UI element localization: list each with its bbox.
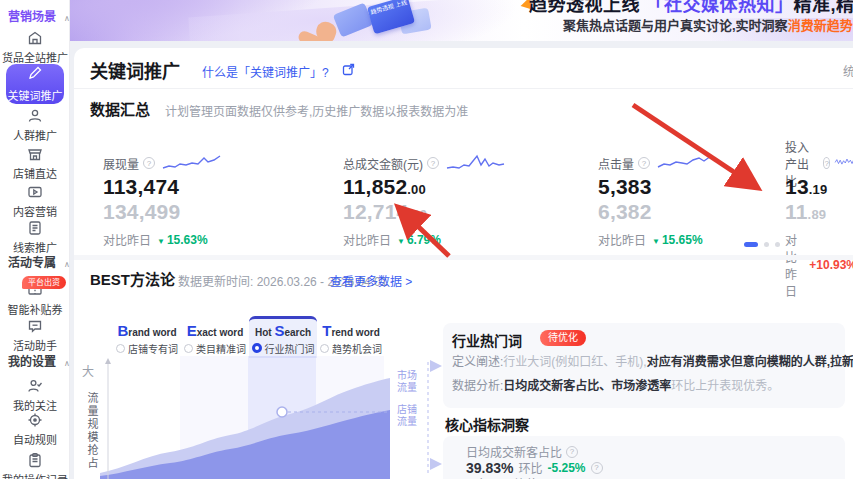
tab-trend-word[interactable]: Trend word 趋势机会词 (317, 316, 385, 358)
platform-funded-badge: 平台出资 (22, 276, 66, 289)
sidebar: 营销场景∧ 货品全站推广 关键词推广 人群推广 店铺直达 内容营销 线索推广 活… (0, 0, 70, 479)
sidebar-item-label: 我的操作记录 (2, 471, 68, 479)
compare-label: 对比昨日 (103, 231, 151, 248)
person-icon (27, 108, 43, 124)
sparkline (443, 153, 507, 173)
kpi-label-row: 日均成交新客占比? (466, 443, 578, 460)
kpi-value-row: 39.83%环比-5.25%? (466, 459, 603, 476)
tab-en-label: Trend word (322, 322, 380, 339)
metric-impressions: 展现量? 113,474 134,499 对比昨日▼15.63% (103, 153, 223, 248)
sidebar-item-activity-helper[interactable]: 活动助手 (0, 318, 70, 353)
radio-icon[interactable] (320, 344, 329, 353)
view-more-data-link[interactable]: 查看更多数据 > (330, 272, 412, 289)
help-icon[interactable]: ? (591, 462, 603, 474)
document-icon (27, 220, 43, 236)
tab-brand-word[interactable]: Brand word 店铺专有词 (113, 316, 181, 358)
tab-en-label: Exact word (187, 322, 244, 339)
pagination-dot[interactable] (764, 242, 769, 247)
sidebar-section-activity[interactable]: 活动专属∧ (8, 253, 70, 270)
sidebar-item-shop-direct[interactable]: 店铺直达 (0, 146, 70, 181)
chat-icon (27, 318, 43, 334)
tab-cn-label: 店铺专有词 (128, 341, 178, 356)
trend-down-icon: ▼ (652, 237, 660, 246)
banner-headline: 趋势透视上线 「社交媒体热知」精准,精准捕捉 (529, 0, 853, 16)
tab-cn-label: 行业热门词 (265, 341, 315, 356)
sidebar-item-content-marketing[interactable]: 内容营销 (0, 184, 70, 219)
tab-exact-word[interactable]: Exact word 类目精准词 (181, 316, 249, 358)
tab-hot-search[interactable]: Hot Search 行业热门词 (249, 316, 317, 358)
metric-prev-value: 134,499 (103, 200, 223, 224)
sidebar-item-operation-log[interactable]: 我的操作记录 (0, 452, 70, 479)
trend-down-icon: ▼ (157, 237, 165, 246)
chevron-up-icon: ∧ (64, 359, 70, 368)
chart-y-axis-label: 流量规模抢占 (84, 392, 100, 470)
pagination-dot[interactable] (775, 242, 780, 247)
sidebar-item-auto-rules[interactable]: 自动规则 (0, 412, 70, 447)
metric-label: 点击量 (598, 155, 634, 172)
delta-value: ▼6.79% (397, 233, 441, 247)
external-link-icon[interactable] (342, 62, 355, 80)
sidebar-section-marketing[interactable]: 营销场景∧ (8, 7, 70, 24)
metric-value: 113,474 (103, 175, 223, 199)
metric-roi: 投入产出比? 13.19 11.89 对比昨日+10.93% (785, 153, 853, 299)
section-divider (74, 255, 853, 260)
delta-value: ▼15.63% (157, 233, 208, 247)
sidebar-item-full-site[interactable]: 货品全站推广 (0, 30, 70, 65)
trend-down-icon: ▼ (397, 237, 405, 246)
sidebar-item-label: 自动规则 (13, 431, 57, 447)
metric-prev-value: 6,382 (598, 200, 714, 224)
page-title: 关键词推广 (90, 57, 180, 83)
banner-subline-highlight1: 消费新趋势 (788, 18, 853, 33)
sidebar-section-settings[interactable]: 我的设置∧ (8, 352, 70, 369)
best-title: BEST方法论 (90, 268, 175, 289)
data-analysis-line: 数据分析:日均成交新客占比、市场渗透率环比上升表现优秀。 (452, 376, 842, 393)
banner-subline-text: 聚焦热点话题与用户真实讨论,实时洞察 (563, 18, 788, 33)
clipped-right-text: 统 (843, 62, 853, 79)
pagination-dot-active[interactable] (744, 242, 758, 247)
kpi-value: 39.83% (466, 460, 513, 476)
radio-icon[interactable] (116, 344, 125, 353)
chevron-up-icon: ∧ (64, 14, 70, 23)
radio-icon[interactable] (184, 344, 193, 353)
tab-cn-label: 类目精准词 (196, 341, 246, 356)
clipboard-icon (27, 452, 43, 468)
person-check-icon (27, 378, 43, 394)
metric-gmv: 总成交金额(元)? 11,852.00 12,714.80 对比昨日▼6.79% (343, 153, 507, 248)
compare-label: 对比昨日 (598, 231, 646, 248)
help-icon[interactable]: ? (566, 446, 578, 458)
sidebar-section-label: 营销场景 (8, 10, 56, 24)
help-icon[interactable]: ? (427, 157, 439, 169)
sidebar-item-label: 店铺直达 (13, 165, 57, 181)
metric-label: 展现量 (103, 155, 139, 172)
sidebar-item-label: 智能补贴券 (8, 301, 63, 317)
sidebar-item-audience-promo[interactable]: 人群推广 (0, 108, 70, 143)
tab-en-label: Hot Search (255, 322, 311, 339)
sidebar-item-keyword-promo-selected[interactable]: 关键词推广 (6, 64, 64, 104)
banner-headline-suffix: 精准,精准捕捉 (794, 0, 853, 15)
promo-banner[interactable]: 趋势透视 上线 趋势透视上线 「社交媒体热知」精准,精准捕捉 聚焦热点话题与用户… (70, 0, 853, 41)
banner-headline-prefix: 趋势透视上线 (529, 0, 646, 15)
kpi-peer-row: 同行同层均值 34.34% (466, 475, 582, 479)
sidebar-item-label: 活动助手 (13, 337, 57, 353)
compare-label: 对比昨日 (785, 231, 803, 299)
delta-value: +10.93% (809, 258, 853, 272)
sidebar-item-label: 关键词推广 (8, 87, 63, 103)
help-icon[interactable]: ? (638, 157, 650, 169)
sidebar-item-my-follow[interactable]: 我的关注 (0, 378, 70, 413)
video-icon (27, 184, 43, 200)
tab-cn-label: 趋势机会词 (332, 341, 382, 356)
help-icon[interactable]: ? (143, 157, 155, 169)
what-is-link[interactable]: 什么是「关键词推广」? (202, 63, 329, 80)
sidebar-item-label: 我的关注 (13, 397, 57, 413)
radio-selected-icon[interactable] (252, 343, 262, 353)
sidebar-item-leads-promo[interactable]: 线索推广 (0, 220, 70, 255)
sparkline (159, 153, 223, 173)
chevron-up-icon: ∧ (64, 260, 70, 269)
flow-area-chart (100, 356, 390, 479)
metric-label: 总成交金额(元) (343, 155, 423, 172)
metric-value: 11,852.00 (343, 175, 507, 199)
metric-value: 5,383 (598, 175, 714, 199)
target-icon (27, 412, 43, 428)
summary-note: 计划管理页面数据仅供参考,历史推广数据以报表数据为准 (165, 102, 468, 119)
help-icon[interactable]: ? (823, 157, 831, 169)
